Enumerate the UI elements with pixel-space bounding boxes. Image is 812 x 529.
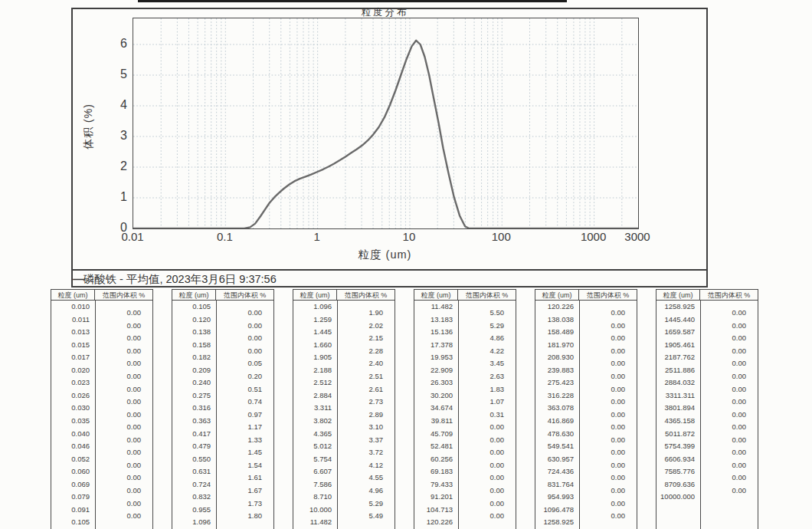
size-value: 239.883 [535, 366, 574, 374]
volume-column-header: 范围内体积 % [216, 289, 274, 301]
volume-value: 0.00 [96, 500, 141, 508]
volume-value: 3.72 [338, 449, 383, 456]
volume-value: 0.97 [217, 411, 262, 419]
volume-value: 0.00 [217, 322, 262, 330]
size-value: 13.183 [414, 316, 453, 324]
table-body: 0.0100.0110.0130.0150.0170.0200.0230.026… [51, 300, 153, 529]
size-value: 5.012 [293, 442, 332, 450]
size-value: 3801.894 [656, 404, 695, 412]
table-header-row: 粒度 (um)范围内体积 % [414, 289, 516, 301]
size-value: 0.105 [172, 303, 211, 310]
size-value: 69.183 [414, 468, 453, 475]
size-value: 4.365 [293, 430, 332, 438]
table-header-row: 粒度 (um)范围内体积 % [535, 289, 637, 301]
volume-value: 0.00 [701, 334, 746, 342]
volume-value: 5.50 [459, 309, 504, 317]
size-value: 60.256 [414, 455, 453, 463]
table-header-row: 粒度 (um)范围内体积 % [656, 289, 758, 301]
size-column-header: 粒度 (um) [656, 289, 700, 301]
table-header-row: 粒度 (um)范围内体积 % [293, 289, 395, 301]
size-value: 0.182 [172, 353, 211, 361]
size-value: 1096.478 [535, 506, 574, 514]
volume-value: 4.22 [459, 347, 504, 355]
legend-strip: —磷酸铁 - 平均值, 2023年3月6日 9:37:56 [71, 269, 706, 287]
volume-value: 3.37 [338, 436, 383, 444]
volume-value: 0.00 [96, 436, 141, 444]
size-value: 1258.925 [656, 303, 695, 310]
volume-value: 0.00 [96, 474, 141, 481]
size-value: 0.955 [172, 506, 211, 514]
volume-value: 0.00 [701, 322, 746, 330]
size-value: 0.105 [51, 518, 90, 526]
volume-value: 0.00 [96, 449, 141, 456]
volume-value: 0.00 [701, 436, 746, 444]
volume-value: 1.45 [217, 449, 262, 456]
size-value: 0.026 [51, 392, 90, 399]
size-value: 0.079 [51, 493, 90, 501]
volume-value: 0.00 [459, 462, 504, 469]
volume-value: 0.00 [459, 423, 504, 431]
volume-value: 0.00 [701, 474, 746, 481]
volume-value: 0.00 [459, 487, 504, 495]
size-value: 0.011 [51, 316, 90, 324]
volume-value: 1.54 [217, 462, 262, 469]
volume-value: 0.00 [701, 386, 746, 393]
size-value: 1445.440 [656, 316, 695, 324]
volume-value: 1.73 [217, 500, 262, 508]
volume-value: 0.00 [96, 512, 141, 520]
size-value: 3311.311 [656, 392, 695, 399]
volume-column-header: 范围内体积 % [579, 289, 637, 301]
volume-value: 0.00 [701, 462, 746, 469]
volume-value: 0.00 [701, 360, 746, 367]
volume-value: 0.00 [96, 462, 141, 469]
table-header-row: 粒度 (um)范围内体积 % [172, 289, 274, 301]
size-column-header: 粒度 (um) [535, 289, 579, 301]
volume-value: 1.80 [217, 512, 262, 520]
legend-entry: —磷酸铁 - 平均值, 2023年3月6日 9:37:56 [71, 271, 706, 287]
volume-value: 0.00 [459, 474, 504, 481]
volume-column-header: 范围内体积 % [337, 289, 395, 301]
volume-value: 0.00 [580, 309, 625, 317]
size-value: 3.311 [293, 404, 332, 412]
volume-value: 0.00 [580, 373, 625, 380]
size-value: 22.909 [414, 366, 453, 374]
volume-value: 0.00 [701, 373, 746, 380]
volume-value: 2.61 [338, 386, 383, 393]
size-value: 724.436 [535, 468, 574, 475]
volume-value: 3.45 [459, 360, 504, 367]
size-value: 0.832 [172, 493, 211, 501]
volume-value: 0.00 [701, 411, 746, 419]
table-body: 11.48213.18315.13617.37819.95322.90926.3… [414, 300, 516, 529]
scan-artifact-line [138, 0, 567, 2]
size-value: 0.010 [51, 303, 90, 310]
size-value: 316.228 [535, 392, 574, 399]
volume-value: 2.02 [338, 322, 383, 330]
size-value: 11.482 [414, 303, 453, 310]
volume-value: 5.49 [338, 512, 383, 520]
volume-value: 0.00 [580, 423, 625, 431]
size-value: 0.240 [172, 379, 211, 386]
data-table: 粒度 (um)范围内体积 %1258.9251445.4401659.58719… [656, 289, 758, 529]
volume-value: 4.12 [338, 462, 383, 469]
volume-value: 0.74 [217, 398, 262, 406]
size-value: 11.482 [293, 518, 332, 526]
size-value: 363.078 [535, 404, 574, 412]
volume-value: 0.00 [96, 322, 141, 330]
size-value: 8709.636 [656, 481, 695, 488]
size-value: 0.091 [51, 506, 90, 514]
volume-value: 0.00 [96, 398, 141, 406]
data-table: 粒度 (um)范围内体积 %120.226138.038158.489181.9… [535, 289, 637, 529]
size-value: 2187.762 [656, 353, 695, 361]
size-value: 0.550 [172, 455, 211, 463]
volume-value: 0.00 [701, 398, 746, 406]
volume-value: 0.00 [96, 347, 141, 355]
volume-value: 2.63 [459, 373, 504, 380]
size-value: 0.138 [172, 328, 211, 336]
size-value: 549.541 [535, 442, 574, 450]
volume-value: 0.00 [701, 309, 746, 317]
size-value: 120.226 [535, 303, 574, 310]
size-value: 0.417 [172, 430, 211, 438]
size-value: 5011.872 [656, 430, 695, 438]
size-value: 1258.925 [535, 518, 574, 526]
distribution-curve [133, 41, 638, 228]
